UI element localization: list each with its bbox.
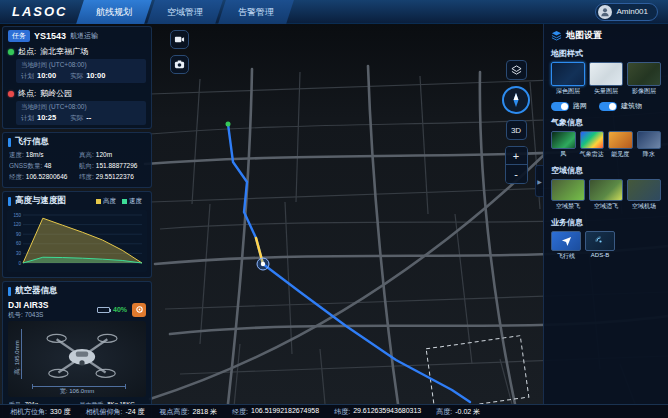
- camera-azimuth-label: 相机方位角:: [10, 407, 47, 417]
- view-height-value: 2818 米: [193, 407, 218, 417]
- start-point-name: 渝北幸福广场: [40, 46, 88, 57]
- actual-label: 实际: [70, 114, 83, 123]
- zoom-in-button[interactable]: +: [506, 147, 527, 165]
- top-nav-bar: LASOC 航线规划 空域管理 告警管理 Amin001: [0, 0, 668, 24]
- vector-layer-thumbnail: [589, 62, 623, 86]
- longitude-value: 106.51992182674958: [251, 407, 319, 417]
- nav-tabs: 航线规划 空域管理 告警管理: [80, 0, 293, 24]
- buildings-toggle[interactable]: 建筑物: [599, 101, 642, 111]
- weather-visibility-option[interactable]: 能见度: [608, 131, 633, 159]
- airspace-options: 空域禁飞 空域适飞 空域机场: [551, 179, 661, 211]
- battery-status: 40%: [97, 306, 127, 313]
- business-section-title: 业务信息: [551, 217, 661, 228]
- width-dimension-label: 宽: 106.0mm: [8, 387, 146, 396]
- map-style-dark[interactable]: 深色图层: [551, 62, 585, 96]
- svg-text:60: 60: [16, 241, 22, 246]
- panel-collapse-handle[interactable]: ▶: [535, 165, 543, 197]
- utc-offset: (UTC+08:00): [49, 61, 87, 68]
- tab-airspace-management[interactable]: 空域管理: [147, 0, 223, 24]
- section-accent-bar: [8, 287, 11, 296]
- app-logo: LASOC: [0, 4, 80, 19]
- thumb-label: 降水: [637, 150, 662, 159]
- plan-label: 计划: [21, 114, 34, 123]
- user-avatar-icon: [598, 5, 612, 19]
- legend-label: 高度: [103, 197, 116, 206]
- task-category: 航道运输: [70, 31, 98, 41]
- svg-text:150: 150: [13, 213, 21, 218]
- field-label: 纬度:: [79, 173, 94, 182]
- altitude-legend-swatch: [96, 199, 101, 204]
- tab-route-planning[interactable]: 航线规划: [76, 0, 152, 24]
- drone-marker: [257, 258, 269, 270]
- airspace-airport-option[interactable]: 空域机场: [627, 179, 661, 211]
- start-point-label: 起点:: [18, 46, 36, 57]
- photo-camera-icon: [174, 59, 185, 70]
- thumb-label: 影像图层: [627, 87, 661, 96]
- actual-label: 实际: [70, 72, 83, 81]
- aircraft-image: 高: 195.0mm 宽: 106.0mm: [8, 321, 146, 397]
- thumb-label: 空域机场: [627, 202, 661, 211]
- compass-control[interactable]: [502, 86, 530, 114]
- map-style-vector[interactable]: 矢量图层: [589, 62, 623, 96]
- svg-text:30: 30: [16, 251, 22, 256]
- tab-alert-management[interactable]: 告警管理: [218, 0, 294, 24]
- flight-detail-panel: 任务 YS1543 航道运输 起点: 渝北幸福广场 当地时间 (UTC+08:0…: [2, 26, 152, 402]
- field-value: 151.88877296: [96, 162, 138, 171]
- route-start-point: [226, 122, 231, 127]
- thumb-label: 空域禁飞: [551, 202, 585, 211]
- end-point-icon: [8, 91, 14, 97]
- longitude-label: 经度:: [232, 407, 248, 417]
- measure-tool-button[interactable]: [506, 60, 527, 80]
- weather-precipitation-option[interactable]: 降水: [637, 131, 662, 159]
- video-record-button[interactable]: [170, 30, 189, 49]
- svg-text:0: 0: [18, 261, 21, 266]
- adsb-option[interactable]: ADS-B: [585, 231, 615, 261]
- battery-icon: [97, 307, 110, 313]
- visibility-thumbnail: [608, 131, 633, 149]
- speed-legend-swatch: [122, 199, 127, 204]
- map-3d-toggle-button[interactable]: 3D: [506, 120, 527, 140]
- airspace-suitable-option[interactable]: 空域适飞: [589, 179, 623, 211]
- thumb-label: 深色图层: [551, 87, 585, 96]
- end-point-name: 鹅岭公园: [40, 88, 72, 99]
- end-point-label: 终点:: [18, 88, 36, 99]
- user-menu[interactable]: Amin001: [595, 3, 658, 21]
- weather-radar-option[interactable]: 气象雷达: [580, 131, 605, 159]
- business-options: 飞行线 ADS-B: [551, 231, 661, 261]
- layer-toggles: 路网 建筑物: [551, 101, 661, 111]
- latitude-label: 纬度:: [334, 407, 350, 417]
- adsb-thumbnail: [585, 231, 615, 251]
- airspace-nofly-option[interactable]: 空域禁飞: [551, 179, 585, 211]
- field-value: 120m: [96, 151, 112, 160]
- thumb-label: 风: [551, 150, 576, 159]
- thumb-label: 空域适飞: [589, 202, 623, 211]
- altitude-speed-chart: 1501209060300: [7, 210, 147, 270]
- section-accent-bar: [8, 138, 11, 147]
- dark-layer-thumbnail: [551, 62, 585, 86]
- aircraft-locate-button[interactable]: [132, 303, 146, 317]
- task-tag-badge: 任务: [8, 30, 30, 42]
- field-label: GNSS数量:: [9, 162, 42, 171]
- map-settings-title: 地图设置: [566, 29, 602, 42]
- field-label: 速度:: [9, 151, 24, 160]
- road-network-toggle[interactable]: 路网: [551, 101, 587, 111]
- screenshot-button[interactable]: [170, 55, 189, 74]
- flight-line-option[interactable]: 飞行线: [551, 231, 581, 261]
- thumb-label: 气象雷达: [580, 150, 605, 159]
- suitable-thumbnail: [589, 179, 623, 201]
- timezone-label: 当地时间: [21, 61, 47, 68]
- map-style-options: 深色图层 矢量图层 影像图层: [551, 62, 661, 96]
- height-dimension-label: 高: 195.0mm: [13, 337, 22, 379]
- toggle-switch[interactable]: [599, 102, 617, 111]
- flight-info-card: 飞行信息 速度:18m/s 真高:120m GNSS数量:48 航向:151.8…: [2, 132, 152, 188]
- toggle-switch[interactable]: [551, 102, 569, 111]
- latitude-value: 29.612635943680313: [353, 407, 421, 417]
- zoom-out-button[interactable]: -: [506, 165, 527, 183]
- altitude-label: 高度:: [436, 407, 452, 417]
- drone-illustration: [30, 327, 134, 383]
- map-style-imagery[interactable]: 影像图层: [627, 62, 661, 96]
- weather-wind-option[interactable]: 风: [551, 131, 576, 159]
- field-label: 真高:: [79, 151, 94, 160]
- crosshair-icon: [135, 305, 144, 314]
- camera-azimuth-value: 330 度: [50, 407, 71, 417]
